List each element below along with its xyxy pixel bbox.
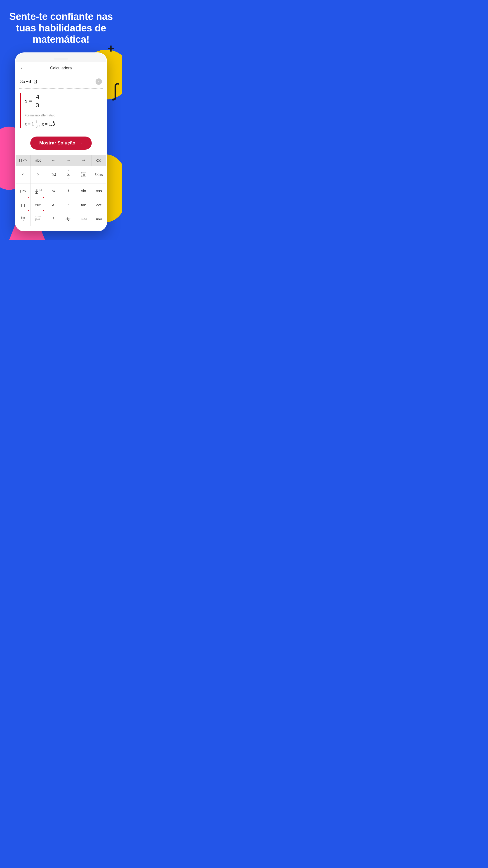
tab-right-label: → bbox=[67, 158, 70, 162]
result-bar bbox=[20, 93, 21, 128]
key-dot-indicator bbox=[28, 210, 29, 211]
solve-button-area: Mostrar Solução → bbox=[15, 132, 106, 155]
alt-frac-num: 1 bbox=[35, 120, 38, 124]
key-imaginary[interactable]: i bbox=[61, 184, 76, 199]
key-factorial-label: ! bbox=[53, 216, 54, 221]
deco-integral-icon: ∫ bbox=[113, 81, 118, 99]
phone-mockup: ← Calculadora 3x+4=8 × x = 4 3 bbox=[15, 53, 107, 231]
key-matrix2-label: □□ bbox=[35, 217, 41, 221]
result-alt-forms: x = 1 1 3 , x = 1,3̇ bbox=[25, 120, 102, 128]
calculator-title: Calculadora bbox=[50, 66, 72, 70]
key-degree-label: ° bbox=[68, 203, 69, 208]
keyboard-row-2: ∫□dx d dx □ ∞ i bbox=[15, 184, 106, 199]
calculator-header: ← Calculadora bbox=[15, 62, 106, 74]
show-solution-button[interactable]: Mostrar Solução → bbox=[30, 136, 92, 150]
key-dot-indicator bbox=[43, 210, 44, 211]
key-less-than[interactable]: < bbox=[15, 166, 31, 184]
fraction-denominator: 3 bbox=[35, 101, 40, 109]
key-sigma-label: n Σ □=□ bbox=[67, 170, 70, 180]
key-euler[interactable]: e bbox=[46, 199, 61, 212]
keyboard-tab-right[interactable]: → bbox=[61, 155, 76, 166]
key-sigma[interactable]: n Σ □=□ bbox=[61, 166, 76, 184]
page-bottom-spacing bbox=[0, 231, 122, 240]
key-cos-label: cos bbox=[96, 189, 102, 193]
alt-frac-den: 3 bbox=[35, 124, 38, 128]
tab-enter-label: ↵ bbox=[82, 159, 85, 162]
key-sin-label: sin bbox=[81, 189, 86, 193]
tab-abc-label: abc bbox=[35, 158, 41, 162]
key-log10[interactable]: log10 bbox=[91, 166, 106, 184]
key-function[interactable]: f(x) bbox=[46, 166, 61, 184]
alt-expr-start: x = 1 bbox=[25, 121, 34, 127]
keyboard-row-4: lim → □□ ! sign sec csc bbox=[15, 212, 106, 226]
key-sec[interactable]: sec bbox=[76, 212, 91, 226]
key-gt-label: > bbox=[37, 172, 39, 177]
alt-form-label: Formulário alternativo bbox=[25, 114, 102, 117]
key-dot-indicator bbox=[28, 197, 29, 198]
key-infinity[interactable]: ∞ bbox=[46, 184, 61, 199]
result-area: x = 4 3 Formulário alternativo x = 1 1 3… bbox=[15, 89, 106, 132]
keyboard-tab-left[interactable]: ← bbox=[46, 155, 61, 166]
keyboard-tab-backspace[interactable]: ⌫ bbox=[92, 155, 106, 166]
key-lt-label: < bbox=[22, 172, 24, 177]
key-matrix-label: ▦ bbox=[81, 172, 86, 177]
key-tan[interactable]: tan bbox=[76, 199, 91, 212]
result-fraction: 4 3 bbox=[35, 93, 40, 109]
key-e-label: e bbox=[52, 203, 54, 208]
keyboard-row-3: |□| □P□ e ° tan cot bbox=[15, 199, 106, 212]
key-integral-label: ∫□dx bbox=[20, 189, 26, 193]
result-main: x = 4 3 bbox=[25, 93, 102, 109]
key-integral[interactable]: ∫□dx bbox=[15, 184, 31, 199]
key-factorial[interactable]: ! bbox=[46, 212, 61, 226]
key-cot[interactable]: cot bbox=[91, 199, 106, 212]
expression-underline: 8 bbox=[34, 79, 37, 84]
key-lim-label: lim → bbox=[21, 216, 25, 222]
hero-title: Sente-te confiante nas tuas habilidades … bbox=[7, 11, 115, 45]
key-derivative[interactable]: d dx □ bbox=[31, 184, 46, 199]
solve-button-arrow: → bbox=[78, 140, 83, 146]
back-button[interactable]: ← bbox=[20, 65, 25, 71]
tab-abc-dots: ··· bbox=[37, 162, 40, 164]
key-matrix2[interactable]: □□ bbox=[31, 212, 46, 226]
keyboard-row-1: < > f(x) n Σ □=□ ▦ bbox=[15, 166, 106, 184]
fraction-numerator: 4 bbox=[35, 93, 40, 101]
clear-button[interactable]: × bbox=[96, 79, 102, 85]
key-degree[interactable]: ° bbox=[61, 199, 76, 212]
calculator-input-area[interactable]: 3x+4=8 × bbox=[15, 74, 106, 88]
keyboard-tab-enter[interactable]: ↵ bbox=[76, 155, 92, 166]
key-abs[interactable]: |□| bbox=[15, 199, 31, 212]
key-fx-label: f(x) bbox=[51, 172, 56, 177]
key-greater-than[interactable]: > bbox=[31, 166, 46, 184]
solve-button-label: Mostrar Solução bbox=[39, 141, 75, 146]
key-csc-label: csc bbox=[96, 217, 102, 221]
tab-left-label: ← bbox=[52, 158, 55, 162]
key-abs-label: |□| bbox=[21, 203, 25, 207]
key-sign-label: sign bbox=[66, 217, 71, 221]
keyboard-bottom-pad bbox=[15, 226, 106, 230]
key-permutation[interactable]: □P□ bbox=[31, 199, 46, 212]
keyboard-tab-row: f ∫ <> ··· abc ··· ← → ↵ ⌫ bbox=[15, 155, 106, 166]
key-log10-label: log10 bbox=[95, 172, 103, 177]
hero-section: Sente-te confiante nas tuas habilidades … bbox=[0, 0, 122, 53]
key-cos[interactable]: cos bbox=[91, 184, 106, 199]
key-matrix[interactable]: ▦ bbox=[76, 166, 91, 184]
clear-icon: × bbox=[98, 80, 100, 84]
tab-functions-label: f ∫ <> bbox=[19, 158, 27, 162]
key-cot-label: cot bbox=[96, 203, 101, 208]
key-infinity-label: ∞ bbox=[52, 188, 55, 194]
keyboard-tab-abc[interactable]: abc ··· bbox=[31, 155, 46, 166]
phone-wrapper: ← Calculadora 3x+4=8 × x = 4 3 bbox=[11, 53, 111, 231]
key-sin[interactable]: sin bbox=[76, 184, 91, 199]
math-expression: 3x+4=8 bbox=[20, 79, 96, 85]
key-csc[interactable]: csc bbox=[91, 212, 106, 226]
tab-dots: ··· bbox=[22, 162, 25, 164]
result-content: x = 4 3 Formulário alternativo x = 1 1 3… bbox=[25, 93, 102, 128]
key-dot-indicator bbox=[43, 197, 44, 198]
key-sign[interactable]: sign bbox=[61, 212, 76, 226]
tab-backspace-label: ⌫ bbox=[96, 159, 101, 162]
key-limit[interactable]: lim → bbox=[15, 212, 31, 226]
phone-notch bbox=[54, 58, 68, 60]
alt-fraction: 1 3 bbox=[35, 120, 38, 128]
key-tan-label: tan bbox=[81, 203, 86, 208]
keyboard-tab-functions[interactable]: f ∫ <> ··· bbox=[15, 155, 31, 166]
